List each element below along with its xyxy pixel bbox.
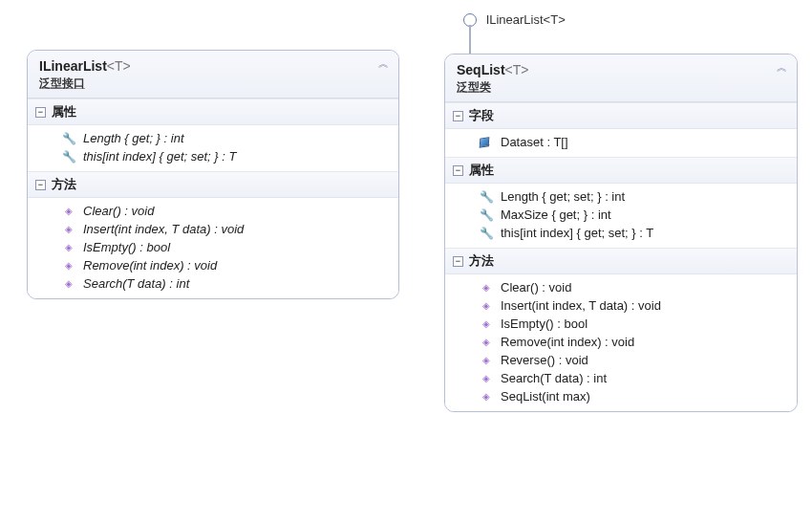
member-row[interactable]: 🔧this[int index] { get; set; } : T <box>445 224 797 242</box>
wrench-icon: 🔧 <box>480 190 493 204</box>
member-text: Search(T data) : int <box>83 276 189 291</box>
member-text: Remove(int index) : void <box>83 258 217 273</box>
class-title: ILinearList<T> <box>39 58 387 74</box>
lollipop-stem <box>469 25 471 54</box>
section-header[interactable]: −方法 <box>28 171 398 198</box>
member-row[interactable]: *Dataset : T[] <box>445 133 797 151</box>
member-text: this[int index] { get; set; } : T <box>83 149 236 164</box>
member-text: SeqList(int max) <box>501 389 590 404</box>
member-text: Length { get; } : int <box>83 131 184 145</box>
member-row[interactable]: ◈SeqList(int max) <box>445 387 797 405</box>
cube-icon: ◈ <box>62 260 75 271</box>
member-text: IsEmpty() : bool <box>501 317 588 331</box>
member-text: Insert(int index, T data) : void <box>83 222 244 236</box>
member-row[interactable]: ◈Insert(int index, T data) : void <box>28 220 398 238</box>
cube-icon: ◈ <box>480 373 493 383</box>
member-row[interactable]: ◈Search(T data) : int <box>445 369 797 387</box>
section-title: 属性 <box>469 162 494 179</box>
minus-toggle-icon[interactable]: − <box>453 111 463 121</box>
member-row[interactable]: 🔧MaxSize { get; } : int <box>445 206 797 224</box>
member-list: 🔧Length { get; } : int🔧this[int index] {… <box>28 125 398 171</box>
member-row[interactable]: ◈Reverse() : void <box>445 351 797 369</box>
minus-toggle-icon[interactable]: − <box>453 165 463 176</box>
sections-container-left: −属性🔧Length { get; } : int🔧this[int index… <box>28 98 398 298</box>
member-list: ◈Clear() : void◈Insert(int index, T data… <box>28 198 398 298</box>
cube-icon: ◈ <box>480 337 493 347</box>
member-row[interactable]: ◈Remove(int index) : void <box>445 333 797 351</box>
class-box-seqlist[interactable]: SeqList<T> 泛型类 ︽ −字段*Dataset : T[]−属性🔧Le… <box>444 54 798 412</box>
cube-icon: ◈ <box>480 282 493 293</box>
class-box-ilinearlist[interactable]: ILinearList<T> 泛型接口 ︽ −属性🔧Length { get; … <box>27 50 399 299</box>
cube-icon: ◈ <box>480 318 493 329</box>
cube-icon: ◈ <box>480 391 493 402</box>
section-header[interactable]: −方法 <box>445 248 797 274</box>
class-subtitle: 泛型类 <box>457 79 785 96</box>
cube-icon: ◈ <box>62 242 75 252</box>
member-row[interactable]: ◈IsEmpty() : bool <box>28 238 398 256</box>
class-subtitle: 泛型接口 <box>39 76 387 92</box>
member-row[interactable]: ◈Insert(int index, T data) : void <box>445 296 797 315</box>
cube-icon: ◈ <box>62 278 75 289</box>
wrench-icon: 🔧 <box>480 227 493 240</box>
wrench-icon: 🔧 <box>480 208 493 222</box>
member-row[interactable]: ◈IsEmpty() : bool <box>445 315 797 333</box>
member-row[interactable]: 🔧Length { get; } : int <box>28 129 398 147</box>
member-text: Clear() : void <box>83 204 154 218</box>
collapse-chevron-icon[interactable]: ︽ <box>378 60 389 66</box>
wrench-icon: 🔧 <box>62 150 75 164</box>
member-text: Remove(int index) : void <box>501 335 634 349</box>
member-text: Reverse() : void <box>501 353 588 367</box>
section-title: 方法 <box>469 252 494 270</box>
cube-icon: ◈ <box>480 355 493 365</box>
collapse-chevron-icon[interactable]: ︽ <box>777 64 787 70</box>
member-text: Length { get; set; } : int <box>501 189 625 204</box>
cube-icon: ◈ <box>62 224 75 234</box>
member-row[interactable]: 🔧this[int index] { get; set; } : T <box>28 147 398 165</box>
member-list: 🔧Length { get; set; } : int🔧MaxSize { ge… <box>445 184 797 248</box>
member-list: ◈Clear() : void◈Insert(int index, T data… <box>445 274 797 411</box>
section-title: 方法 <box>52 176 76 193</box>
member-row[interactable]: ◈Clear() : void <box>28 202 398 220</box>
minus-toggle-icon[interactable]: − <box>453 256 463 267</box>
section-header[interactable]: −字段 <box>445 102 797 129</box>
class-name: ILinearList <box>39 58 107 74</box>
wrench-icon: 🔧 <box>62 132 75 145</box>
member-list: *Dataset : T[] <box>445 129 797 157</box>
member-text: this[int index] { get; set; } : T <box>501 226 653 240</box>
class-header: SeqList<T> 泛型类 ︽ <box>445 55 797 102</box>
field-icon: * <box>480 138 493 147</box>
section-title: 字段 <box>469 107 494 124</box>
member-text: Insert(int index, T data) : void <box>501 298 661 313</box>
class-generic: <T> <box>107 58 131 74</box>
member-text: IsEmpty() : bool <box>83 240 170 254</box>
class-title: SeqList<T> <box>457 62 785 77</box>
section-header[interactable]: −属性 <box>28 98 398 125</box>
member-row[interactable]: ◈Clear() : void <box>445 278 797 296</box>
interface-lollipop: ILinearList<T> <box>463 11 566 27</box>
class-generic: <T> <box>505 62 529 77</box>
minus-toggle-icon[interactable]: − <box>35 107 46 118</box>
member-row[interactable]: ◈Remove(int index) : void <box>28 256 398 274</box>
cube-icon: ◈ <box>480 300 493 311</box>
class-header: ILinearList<T> 泛型接口 ︽ <box>28 51 398 98</box>
cube-icon: ◈ <box>62 206 75 216</box>
section-title: 属性 <box>52 103 76 120</box>
member-text: Clear() : void <box>501 280 571 295</box>
sections-container-right: −字段*Dataset : T[]−属性🔧Length { get; set; … <box>445 102 797 411</box>
member-row[interactable]: ◈Search(T data) : int <box>28 274 398 293</box>
class-name: SeqList <box>457 62 505 77</box>
member-text: Search(T data) : int <box>501 371 607 385</box>
minus-toggle-icon[interactable]: − <box>35 180 46 190</box>
member-text: Dataset : T[] <box>501 135 568 149</box>
section-header[interactable]: −属性 <box>445 157 797 184</box>
lollipop-label: ILinearList<T> <box>486 12 566 27</box>
member-text: MaxSize { get; } : int <box>501 207 611 222</box>
member-row[interactable]: 🔧Length { get; set; } : int <box>445 187 797 206</box>
